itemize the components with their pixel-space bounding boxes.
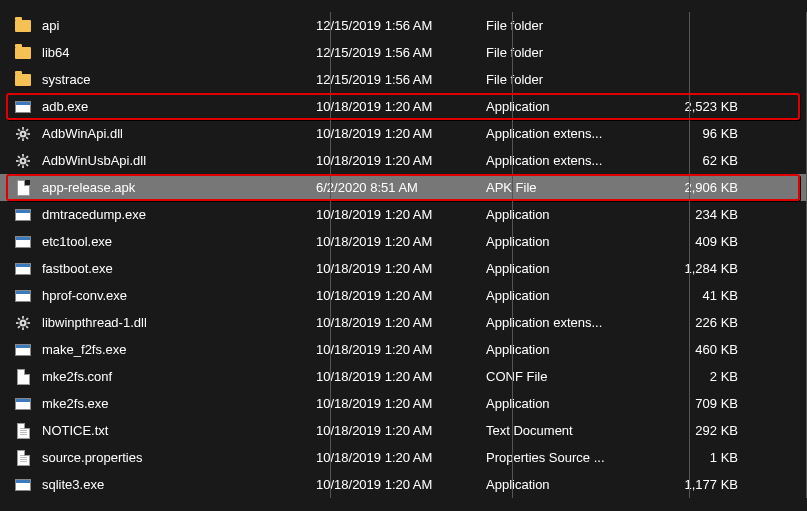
svg-rect-14	[27, 160, 30, 162]
column-separator	[330, 336, 331, 363]
file-date: 12/15/2019 1:56 AM	[316, 45, 486, 60]
file-icon	[14, 179, 32, 197]
file-row[interactable]: etc1tool.exe10/18/2019 1:20 AMApplicatio…	[0, 228, 806, 255]
file-date: 10/18/2019 1:20 AM	[316, 126, 486, 141]
file-list[interactable]: api12/15/2019 1:56 AMFile folderlib6412/…	[0, 12, 807, 498]
column-separator	[689, 282, 690, 309]
folder-icon	[14, 17, 32, 35]
application-icon	[14, 98, 32, 116]
application-icon	[14, 260, 32, 278]
svg-rect-24	[27, 322, 30, 324]
file-row[interactable]: fastboot.exe10/18/2019 1:20 AMApplicatio…	[0, 255, 806, 282]
file-size: 96 KB	[656, 126, 746, 141]
file-row[interactable]: sqlite3.exe10/18/2019 1:20 AMApplication…	[0, 471, 806, 498]
file-row[interactable]: NOTICE.txt10/18/2019 1:20 AMText Documen…	[0, 417, 806, 444]
column-separator	[689, 228, 690, 255]
svg-rect-12	[22, 165, 24, 168]
column-separator	[330, 174, 331, 201]
file-date: 10/18/2019 1:20 AM	[316, 369, 486, 384]
column-separator	[512, 66, 513, 93]
file-row[interactable]: mke2fs.conf10/18/2019 1:20 AMCONF File2 …	[0, 363, 806, 390]
svg-rect-15	[17, 155, 20, 158]
svg-rect-16	[26, 163, 29, 166]
column-separator	[689, 471, 690, 498]
file-row[interactable]: systrace12/15/2019 1:56 AMFile folder	[0, 66, 806, 93]
file-size: 2,906 KB	[656, 180, 746, 195]
column-separator	[330, 120, 331, 147]
column-separator	[689, 309, 690, 336]
application-icon	[14, 233, 32, 251]
column-separator	[689, 336, 690, 363]
file-row[interactable]: app-release.apk6/2/2020 8:51 AMAPK File2…	[0, 174, 806, 201]
column-separator	[512, 417, 513, 444]
column-separator	[512, 390, 513, 417]
column-separator	[689, 444, 690, 471]
dll-gear-icon	[14, 152, 32, 170]
column-separator	[512, 444, 513, 471]
file-name: sqlite3.exe	[42, 477, 104, 492]
file-name: mke2fs.exe	[42, 396, 108, 411]
column-separator	[330, 390, 331, 417]
file-name: systrace	[42, 72, 90, 87]
dll-gear-icon	[14, 125, 32, 143]
file-row[interactable]: make_f2fs.exe10/18/2019 1:20 AMApplicati…	[0, 336, 806, 363]
column-separator	[330, 363, 331, 390]
file-size: 2 KB	[656, 369, 746, 384]
file-row[interactable]: dmtracedump.exe10/18/2019 1:20 AMApplica…	[0, 201, 806, 228]
column-separator	[512, 336, 513, 363]
column-separator	[512, 471, 513, 498]
file-row[interactable]: api12/15/2019 1:56 AMFile folder	[0, 12, 806, 39]
file-size: 409 KB	[656, 234, 746, 249]
file-row[interactable]: hprof-conv.exe10/18/2019 1:20 AMApplicat…	[0, 282, 806, 309]
svg-rect-27	[26, 317, 29, 320]
column-separator	[330, 282, 331, 309]
file-name: app-release.apk	[42, 180, 135, 195]
file-row[interactable]: AdbWinApi.dll10/18/2019 1:20 AMApplicati…	[0, 120, 806, 147]
file-date: 10/18/2019 1:20 AM	[316, 288, 486, 303]
file-date: 10/18/2019 1:20 AM	[316, 315, 486, 330]
svg-point-29	[22, 321, 25, 324]
folder-icon	[14, 71, 32, 89]
svg-rect-23	[16, 322, 19, 324]
text-file-icon	[14, 422, 32, 440]
column-separator	[330, 12, 331, 39]
file-date: 10/18/2019 1:20 AM	[316, 450, 486, 465]
file-name: mke2fs.conf	[42, 369, 112, 384]
file-name: lib64	[42, 45, 69, 60]
application-icon	[14, 395, 32, 413]
file-name: AdbWinUsbApi.dll	[42, 153, 146, 168]
column-separator	[512, 363, 513, 390]
svg-rect-26	[26, 325, 29, 328]
file-row[interactable]: lib6412/15/2019 1:56 AMFile folder	[0, 39, 806, 66]
column-separator	[689, 66, 690, 93]
svg-rect-4	[27, 133, 30, 135]
file-name: source.properties	[42, 450, 142, 465]
svg-rect-25	[17, 317, 20, 320]
svg-rect-28	[17, 325, 20, 328]
file-row[interactable]: libwinpthread-1.dll10/18/2019 1:20 AMApp…	[0, 309, 806, 336]
svg-rect-8	[17, 136, 20, 139]
column-separator	[689, 363, 690, 390]
file-name: adb.exe	[42, 99, 88, 114]
column-separator	[512, 93, 513, 120]
file-name: fastboot.exe	[42, 261, 113, 276]
column-separator	[512, 12, 513, 39]
file-row[interactable]: AdbWinUsbApi.dll10/18/2019 1:20 AMApplic…	[0, 147, 806, 174]
folder-icon	[14, 44, 32, 62]
file-date: 12/15/2019 1:56 AM	[316, 18, 486, 33]
file-size: 460 KB	[656, 342, 746, 357]
column-separator	[330, 471, 331, 498]
file-name: make_f2fs.exe	[42, 342, 127, 357]
svg-rect-13	[16, 160, 19, 162]
file-date: 10/18/2019 1:20 AM	[316, 207, 486, 222]
file-row[interactable]: source.properties10/18/2019 1:20 AMPrope…	[0, 444, 806, 471]
svg-rect-6	[26, 136, 29, 139]
column-separator	[330, 93, 331, 120]
column-separator	[330, 228, 331, 255]
file-row[interactable]: adb.exe10/18/2019 1:20 AMApplication2,52…	[0, 93, 806, 120]
file-row[interactable]: mke2fs.exe10/18/2019 1:20 AMApplication7…	[0, 390, 806, 417]
file-size: 62 KB	[656, 153, 746, 168]
file-name: etc1tool.exe	[42, 234, 112, 249]
column-separator	[330, 444, 331, 471]
file-name: libwinpthread-1.dll	[42, 315, 147, 330]
